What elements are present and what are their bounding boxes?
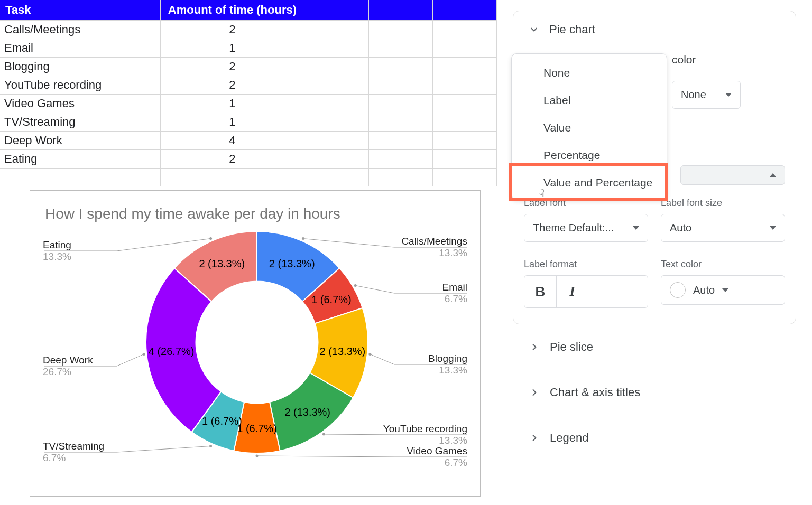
header-empty-0[interactable] (304, 0, 368, 21)
chart-title: How I spend my time awake per day in hou… (45, 205, 467, 222)
legend-label: TV/Streaming6.7% (43, 441, 104, 464)
table-cell[interactable]: 2 (160, 150, 304, 169)
table-cell[interactable] (0, 169, 160, 186)
table-cell[interactable]: 1 (160, 113, 304, 132)
legend-label: Calls/Meetings13.3% (401, 236, 467, 259)
chevron-right-icon (529, 432, 540, 444)
table-cell[interactable]: YouTube recording (0, 76, 160, 95)
table-cell[interactable]: Eating (0, 150, 160, 169)
section-pie-chart[interactable]: Pie chart (513, 11, 796, 46)
table-cell[interactable] (160, 169, 304, 186)
accordion-legend[interactable]: Legend (513, 415, 796, 461)
table-cell[interactable]: Calls/Meetings (0, 21, 160, 39)
table-cell[interactable]: Email (0, 39, 160, 58)
border-color-select[interactable]: None (672, 81, 741, 109)
slice-label-select-visible[interactable] (680, 165, 785, 185)
header-task[interactable]: Task (0, 0, 160, 21)
label-font-size-label: Label font size (661, 198, 785, 209)
chart-container[interactable]: How I spend my time awake per day in hou… (30, 190, 481, 497)
legend-label: Eating13.3% (43, 239, 71, 263)
option-value[interactable]: Value (512, 114, 667, 142)
label-font-select[interactable]: Theme Default:... (524, 214, 648, 242)
legend-label: Deep Work26.7% (43, 354, 93, 378)
header-empty-2[interactable] (432, 0, 496, 21)
table-cell[interactable]: 2 (160, 76, 304, 95)
slice-label: 2 (13.3%) (269, 258, 315, 270)
legend-label: Email6.7% (442, 282, 467, 305)
label-format-group: B I (524, 275, 648, 308)
table-cell[interactable]: 1 (160, 95, 304, 113)
slice-label: 1 (6.7%) (202, 415, 242, 427)
option-none[interactable]: None (512, 59, 667, 87)
table-cell[interactable]: 4 (160, 132, 304, 150)
chevron-right-icon (529, 341, 540, 353)
chevron-down-icon (528, 24, 540, 35)
slice-label: 2 (13.3%) (284, 406, 330, 418)
legend-label: Blogging13.3% (428, 353, 467, 376)
legend-label: Video Games6.7% (407, 445, 467, 469)
option-label[interactable]: Label (512, 87, 667, 114)
table-cell[interactable]: TV/Streaming (0, 113, 160, 132)
color-swatch (670, 282, 686, 298)
table-cell[interactable]: 2 (160, 58, 304, 76)
table-cell[interactable]: Deep Work (0, 132, 160, 150)
italic-button[interactable]: I (556, 276, 588, 307)
slice-label: 1 (6.7%) (237, 422, 277, 434)
accordion-pie-slice[interactable]: Pie slice (513, 324, 796, 370)
header-amount[interactable]: Amount of time (hours) (160, 0, 304, 21)
chevron-right-icon (529, 387, 540, 398)
label-font-size-select[interactable]: Auto (661, 214, 785, 242)
bold-button[interactable]: B (524, 276, 556, 307)
table-cell[interactable]: 2 (160, 21, 304, 39)
slice-label-dropdown: None Label Value Percentage Value and Pe… (511, 53, 667, 199)
cursor-icon: ☟ (538, 187, 545, 200)
legend-label: YouTube recording13.3% (383, 423, 467, 446)
label-format-label: Label format (524, 259, 648, 270)
section-title: Pie chart (549, 23, 595, 36)
donut-chart: 2 (13.3%)1 (6.7%)2 (13.3%)2 (13.3%)1 (6.… (43, 229, 467, 493)
table-cell[interactable]: Video Games (0, 95, 160, 113)
data-table[interactable]: Task Amount of time (hours) Calls/Meetin… (0, 0, 497, 186)
chart-editor-panel: Pie chart color None None Label Value Pe… (513, 11, 796, 324)
option-percentage[interactable]: Percentage (512, 142, 667, 169)
slice-label: 2 (13.3%) (199, 258, 245, 270)
table-cell[interactable]: Blogging (0, 58, 160, 76)
text-color-label: Text color (661, 259, 785, 270)
border-color-label: color (672, 53, 741, 66)
slice-label: 2 (13.3%) (319, 345, 365, 358)
header-empty-1[interactable] (368, 0, 432, 21)
slice-label: 4 (26.7%) (149, 345, 195, 358)
accordion-chart-axis-titles[interactable]: Chart & axis titles (513, 370, 796, 415)
slice-label: 1 (6.7%) (311, 293, 352, 305)
option-value-and-percentage[interactable]: Value and Percentage (512, 169, 667, 197)
table-cell[interactable]: 1 (160, 39, 304, 58)
text-color-select[interactable]: Auto (661, 275, 785, 305)
